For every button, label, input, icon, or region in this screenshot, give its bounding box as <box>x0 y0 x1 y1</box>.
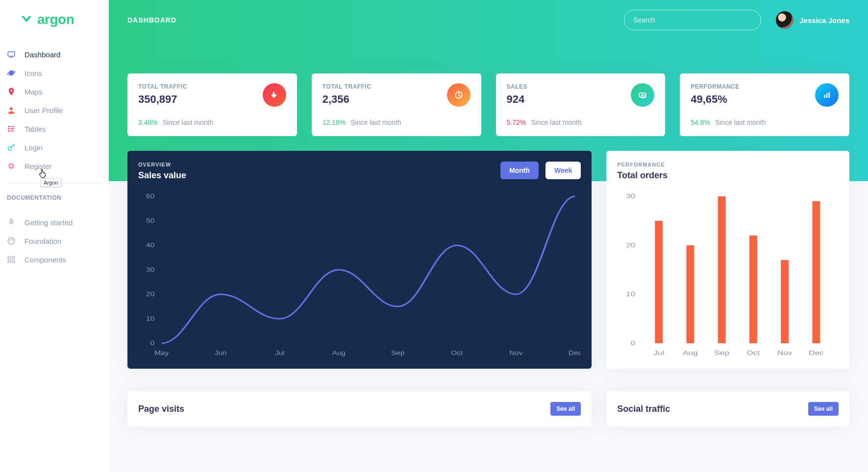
docs-nav: Getting startedFoundationComponents <box>0 207 109 269</box>
sidebar-item-maps[interactable]: Maps <box>0 82 109 101</box>
svg-rect-9 <box>10 128 14 129</box>
stat-change: 3.48% <box>138 118 158 126</box>
nav-label: Icons <box>25 69 42 77</box>
sales-chart-card: OVERVIEW Sales value Month Week 01020304… <box>127 151 592 369</box>
svg-rect-28 <box>824 95 825 98</box>
stat-period: Since last month <box>163 118 214 126</box>
svg-text:Aug: Aug <box>332 349 346 356</box>
user-name: Jessica Jones <box>799 16 849 24</box>
pill-month[interactable]: Month <box>500 162 539 179</box>
stat-card-1: TOTAL TRAFFIC 2,356 12.18% Since last mo… <box>312 73 481 136</box>
svg-point-4 <box>10 90 12 92</box>
stat-title: TOTAL TRAFFIC <box>138 83 187 90</box>
key-icon <box>7 143 16 152</box>
nav-label: Register <box>25 162 52 170</box>
stat-title: PERFORMANCE <box>691 83 740 90</box>
stat-title: SALES <box>507 83 528 90</box>
svg-rect-51 <box>655 221 663 343</box>
brand-logo[interactable]: argon <box>0 0 109 39</box>
hand-icon <box>263 83 286 107</box>
orders-chart-card: PERFORMANCE Total orders 0102030JulAugSe… <box>606 151 849 369</box>
svg-text:20: 20 <box>146 290 154 298</box>
sidebar-item-dashboard[interactable]: Dashboard <box>0 45 109 64</box>
svg-point-19 <box>12 239 13 240</box>
sidebar-item-tables[interactable]: Tables <box>0 119 109 138</box>
svg-text:Jul: Jul <box>654 349 665 356</box>
sidebar-item-getting-started[interactable]: Getting started <box>0 213 109 232</box>
svg-text:Nov: Nov <box>509 349 523 356</box>
tooltip: Argon <box>40 178 61 187</box>
stat-period: Since last month <box>715 118 766 126</box>
logo-mark-icon <box>20 13 33 26</box>
stats-row: TOTAL TRAFFIC 350,897 3.48% Since last m… <box>109 40 868 151</box>
rocket-icon <box>7 218 16 227</box>
social-traffic-title: Social traffic <box>617 404 670 414</box>
page-visits-card: Page visits See all <box>127 391 592 426</box>
nav-label: Dashboard <box>25 50 60 59</box>
nav-label: Getting started <box>25 218 73 227</box>
svg-rect-55 <box>718 196 726 343</box>
sidebar-item-user-profile[interactable]: User Profile <box>0 101 109 119</box>
svg-text:Oct: Oct <box>451 349 463 356</box>
svg-rect-61 <box>813 201 820 343</box>
svg-rect-11 <box>10 131 14 132</box>
search-input[interactable] <box>624 10 761 30</box>
bar-icon <box>815 83 839 107</box>
svg-text:10: 10 <box>626 290 635 297</box>
stat-value: 350,897 <box>138 93 187 106</box>
nav-label: Maps <box>25 88 43 96</box>
header-bar: DASHBOARD Jessica Jones <box>109 0 868 40</box>
svg-text:Sep: Sep <box>715 349 730 356</box>
sidebar-item-login[interactable]: Login <box>0 138 109 157</box>
svg-rect-59 <box>781 260 789 343</box>
svg-rect-21 <box>12 257 15 259</box>
pie-icon <box>447 83 471 107</box>
nav-label: User Profile <box>25 106 63 115</box>
svg-text:Jul: Jul <box>275 349 285 356</box>
social-traffic-see-all[interactable]: See all <box>808 402 839 416</box>
user-menu[interactable]: Jessica Jones <box>776 11 849 29</box>
svg-text:20: 20 <box>626 241 635 248</box>
svg-text:Aug: Aug <box>683 349 698 356</box>
sidebar-item-foundation[interactable]: Foundation <box>0 232 109 250</box>
ui-icon <box>7 255 16 264</box>
svg-text:0: 0 <box>631 339 636 346</box>
stat-value: 924 <box>507 93 528 106</box>
svg-rect-23 <box>12 260 15 262</box>
orders-title: Total orders <box>617 170 668 181</box>
svg-point-10 <box>8 130 9 132</box>
user-icon <box>7 106 16 115</box>
sales-title: Sales value <box>138 170 186 181</box>
svg-text:50: 50 <box>146 217 154 224</box>
nav-label: Foundation <box>25 237 61 245</box>
money-icon <box>631 83 654 107</box>
docs-heading: DOCUMENTATION <box>0 191 109 207</box>
orders-overline: PERFORMANCE <box>617 162 668 167</box>
charts-row: OVERVIEW Sales value Month Week 01020304… <box>109 151 868 383</box>
stat-period: Since last month <box>350 118 401 126</box>
svg-point-14 <box>10 165 13 167</box>
nav-label: Tables <box>25 125 46 133</box>
stat-change: 12.18% <box>322 118 346 126</box>
tv-icon <box>7 50 16 59</box>
stat-change: 54.8% <box>691 118 710 126</box>
bar-chart: 0102030JulAugSepOctNovDec <box>617 191 839 358</box>
svg-text:Nov: Nov <box>777 349 793 356</box>
pin-icon <box>7 87 16 96</box>
svg-point-8 <box>8 128 9 130</box>
pill-week[interactable]: Week <box>546 162 581 179</box>
svg-text:40: 40 <box>146 241 154 249</box>
brand-name: argon <box>37 12 74 27</box>
chart-range-toggle: Month Week <box>500 162 581 179</box>
svg-rect-30 <box>828 92 830 98</box>
page-visits-see-all[interactable]: See all <box>550 402 581 416</box>
header-right: Jessica Jones <box>624 10 849 30</box>
avatar <box>776 11 794 29</box>
stat-title: TOTAL TRAFFIC <box>322 83 372 90</box>
page-title: DASHBOARD <box>127 16 176 24</box>
main: DASHBOARD Jessica Jones TOTAL TRAFFIC 35… <box>109 0 868 472</box>
sidebar-item-register[interactable]: Register <box>0 157 109 175</box>
tables-row: Page visits See all Social traffic See a… <box>109 383 868 441</box>
sidebar-item-components[interactable]: Components <box>0 250 109 269</box>
sidebar-item-icons[interactable]: Icons <box>0 64 109 82</box>
